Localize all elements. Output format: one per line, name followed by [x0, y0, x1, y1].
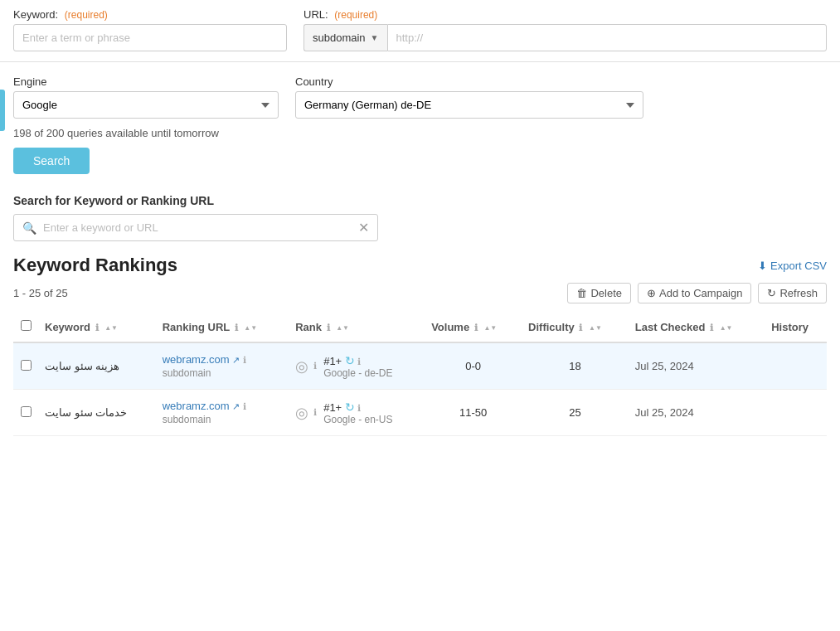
difficulty-cell: 18 — [522, 342, 629, 390]
delete-icon: 🗑 — [576, 287, 587, 299]
engine-label: Engine — [13, 75, 279, 88]
export-csv-label: Export CSV — [770, 260, 827, 272]
rank-icon: ◎ — [295, 357, 308, 376]
search-button[interactable]: Search — [13, 148, 90, 174]
url-input[interactable] — [387, 24, 827, 51]
volume-cell: 0-0 — [425, 342, 522, 390]
keyword-info-icon: ℹ — [95, 323, 99, 332]
delete-label: Delete — [590, 287, 622, 299]
volume-info-icon: ℹ — [474, 323, 478, 332]
row-checkbox-1[interactable] — [21, 406, 32, 417]
keyword-cell: هزینه سئو سایت — [38, 342, 156, 390]
main-content: Search for Keyword or Ranking URL 🔍 ✕ Ke… — [0, 186, 840, 444]
table-row: هزینه سئو سایت webramz.com ↗ ℹ subdomain… — [13, 342, 827, 390]
difficulty-column-header: Difficulty ℹ ▲▼ — [522, 312, 629, 342]
ranking-url-col-label: Ranking URL — [163, 321, 230, 333]
url-type-dropdown[interactable]: subdomain ▼ — [303, 24, 387, 51]
ranking-url-link[interactable]: webramz.com ↗ — [163, 400, 240, 412]
chevron-down-icon: ▼ — [371, 33, 379, 42]
rank-info-row: ℹ — [313, 407, 317, 418]
refresh-icon: ↻ — [767, 287, 776, 299]
ranking-url-cell: webramz.com ↗ ℹ subdomain — [156, 342, 289, 390]
refresh-label: Refresh — [779, 287, 818, 299]
country-group: Country Germany (German) de-DE — [295, 75, 643, 119]
filter-section: Search for Keyword or Ranking URL 🔍 ✕ — [13, 194, 827, 241]
keyword-sort-icons[interactable]: ▲▼ — [104, 324, 118, 332]
difficulty-sort-icons[interactable]: ▲▼ — [589, 324, 602, 332]
last-checked-column-header: Last Checked ℹ ▲▼ — [629, 312, 765, 342]
ranking-url-column-header: Ranking URL ℹ ▲▼ — [156, 312, 289, 342]
keyword-col-label: Keyword — [45, 321, 90, 333]
engine-group: Engine Google — [13, 75, 279, 119]
ranking-url-row-info: ℹ — [243, 355, 246, 365]
ranking-url-link[interactable]: webramz.com ↗ — [163, 353, 240, 366]
select-all-checkbox[interactable] — [21, 320, 32, 331]
difficulty-cell: 25 — [522, 390, 629, 436]
last-checked-col-label: Last Checked — [635, 321, 706, 333]
history-column-header: History — [765, 312, 827, 342]
action-buttons: 🗑 Delete ⊕ Add to Campaign ↻ Refresh — [567, 283, 827, 303]
rank-refresh-icon: ↻ — [345, 400, 355, 414]
search-filter-box: 🔍 ✕ — [13, 214, 378, 241]
keyword-required: (required) — [65, 9, 108, 21]
keyword-column-header: Keyword ℹ ▲▼ — [38, 312, 156, 342]
keyword-field-group: Keyword: (required) — [13, 8, 287, 51]
add-to-campaign-button[interactable]: ⊕ Add to Campaign — [638, 283, 751, 303]
refresh-button[interactable]: ↻ Refresh — [758, 283, 827, 303]
keyword-input[interactable] — [13, 24, 287, 51]
rankings-header: Keyword Rankings ⬇ Export CSV — [13, 255, 827, 276]
volume-value: 0-0 — [465, 360, 481, 372]
last-checked-cell: Jul 25, 2024 — [629, 390, 765, 436]
rank-info-row: ℹ — [313, 361, 317, 371]
difficulty-value: 18 — [569, 360, 580, 372]
download-icon: ⬇ — [758, 260, 767, 272]
difficulty-value: 25 — [569, 406, 580, 419]
keyword-url-filter-input[interactable] — [43, 221, 352, 234]
history-col-label: History — [771, 321, 808, 333]
select-all-header — [13, 312, 38, 342]
last-checked-sort-icons[interactable]: ▲▼ — [720, 324, 733, 332]
history-cell — [765, 390, 827, 436]
country-label: Country — [295, 75, 643, 88]
clear-icon[interactable]: ✕ — [358, 220, 369, 235]
rank-info-icon: ℹ — [327, 323, 330, 332]
rank-cell: ◎ ℹ #1+ ↻ ℹ Google - de-DE — [289, 342, 425, 390]
table-actions: 1 - 25 of 25 🗑 Delete ⊕ Add to Campaign … — [13, 283, 827, 303]
add-icon: ⊕ — [647, 287, 656, 299]
rankings-title: Keyword Rankings — [13, 255, 177, 276]
engine-select[interactable]: Google — [13, 91, 279, 119]
keyword-form: Keyword: (required) URL: (required) subd… — [0, 0, 840, 62]
rank-sort-icons[interactable]: ▲▼ — [336, 324, 349, 332]
rank-refresh-info: ℹ — [357, 357, 361, 366]
rank-value: #1+ — [323, 355, 342, 367]
row-checkbox-0[interactable] — [21, 360, 32, 371]
delete-button[interactable]: 🗑 Delete — [567, 283, 631, 303]
rank-value: #1+ — [323, 401, 342, 414]
ranking-url-cell: webramz.com ↗ ℹ subdomain — [156, 390, 289, 436]
filter-label: Search for Keyword or Ranking URL — [13, 194, 827, 207]
search-icon: 🔍 — [22, 221, 36, 235]
volume-cell: 11-50 — [425, 390, 522, 436]
ranking-url-sort-icons[interactable]: ▲▼ — [244, 324, 257, 332]
add-campaign-label: Add to Campaign — [659, 287, 742, 299]
keyword-value: هزینه سئو سایت — [45, 360, 119, 372]
row-checkbox-cell — [13, 390, 38, 436]
rank-cell: ◎ ℹ #1+ ↻ ℹ Google - en-US — [289, 390, 425, 436]
row-checkbox-cell — [13, 342, 38, 390]
history-cell — [765, 342, 827, 390]
ranking-url-row-info: ℹ — [243, 401, 246, 411]
rank-icon: ◎ — [295, 404, 308, 422]
side-indicator — [0, 90, 5, 131]
keyword-cell: خدمات سئو سایت — [38, 390, 156, 436]
volume-column-header: Volume ℹ ▲▼ — [425, 312, 522, 342]
page-info: 1 - 25 of 25 — [13, 287, 68, 299]
volume-value: 11-50 — [459, 406, 487, 419]
rank-engine: Google - en-US — [323, 414, 392, 425]
export-csv-button[interactable]: ⬇ Export CSV — [758, 260, 827, 272]
url-required: (required) — [334, 9, 377, 21]
country-select[interactable]: Germany (German) de-DE — [295, 91, 643, 119]
external-link-icon: ↗ — [232, 401, 240, 411]
keyword-label: Keyword: (required) — [13, 8, 287, 21]
url-field-group: URL: (required) subdomain ▼ — [303, 8, 827, 51]
volume-sort-icons[interactable]: ▲▼ — [483, 324, 497, 332]
